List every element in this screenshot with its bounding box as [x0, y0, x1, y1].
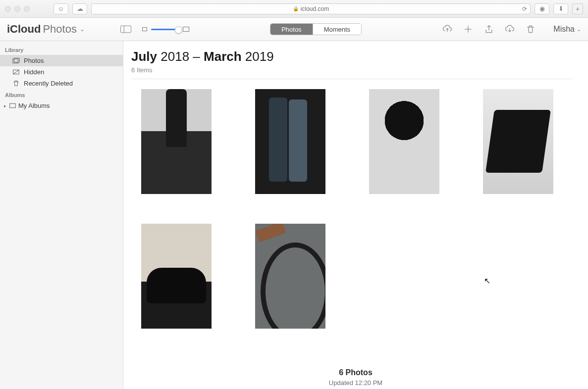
summary-updated: Updated 12:20 PM — [123, 379, 588, 387]
right-toolbar: Misha ⌄ — [442, 24, 581, 34]
view-segmented-control: Photos Moments — [270, 23, 362, 35]
svg-rect-0 — [120, 26, 131, 33]
share-icon[interactable] — [484, 24, 494, 34]
sidebar-header-library: Library — [0, 44, 123, 55]
toggle-sidebar-button[interactable] — [119, 24, 132, 34]
zoom-window-icon[interactable] — [24, 6, 30, 12]
date-range-title: July 2018 – March 2019 — [131, 49, 580, 64]
sidebar-item-label: Recently Deleted — [24, 80, 73, 87]
privacy-report-button[interactable]: ☺ — [53, 3, 68, 14]
photo-thumbnail[interactable] — [255, 224, 325, 329]
hidden-icon — [12, 69, 20, 75]
reload-icon[interactable]: ⟳ — [522, 5, 527, 12]
trash-icon — [12, 80, 20, 87]
slider-track[interactable] — [151, 29, 179, 30]
account-menu[interactable]: Misha ⌄ — [553, 25, 581, 34]
chevron-down-icon: ⌄ — [80, 26, 85, 33]
library-summary: 6 Photos Updated 12:20 PM — [123, 368, 588, 387]
main-content: July 2018 – March 2019 6 Items 6 Photos … — [123, 41, 588, 389]
album-icon — [8, 102, 16, 109]
sidebar-item-photos[interactable]: Photos — [0, 55, 123, 66]
address-domain: icloud.com — [301, 5, 329, 12]
downloads-button[interactable]: ⬇ — [553, 3, 568, 14]
sidebar-item-label: Hidden — [24, 68, 44, 76]
sidebar: Library Photos Hidden Recently Deleted A… — [0, 41, 123, 389]
photo-thumbnail[interactable] — [141, 224, 212, 329]
add-icon[interactable] — [463, 24, 473, 34]
disclosure-triangle-icon[interactable]: ▸ — [4, 103, 6, 108]
upload-icon[interactable] — [442, 24, 452, 34]
sidebar-item-my-albums[interactable]: ▸ My Albums — [0, 100, 123, 111]
thumb-large-icon — [183, 27, 189, 32]
photo-thumbnail[interactable] — [141, 89, 212, 194]
close-window-icon[interactable] — [5, 6, 11, 12]
tab-moments[interactable]: Moments — [313, 24, 361, 35]
app-title-menu[interactable]: iCloud Photos ⌄ — [7, 23, 85, 36]
thumbnail-size-slider[interactable] — [142, 27, 189, 32]
lock-icon: 🔒 — [293, 6, 299, 11]
download-icon[interactable] — [505, 24, 515, 34]
address-bar[interactable]: 🔒 icloud.com ⟳ — [91, 3, 531, 14]
sidebar-item-label: My Albums — [18, 102, 50, 109]
delete-icon[interactable] — [526, 24, 535, 34]
browser-toolbar: ☺ ☁ 🔒 icloud.com ⟳ ◉ ⬇ + — [0, 0, 588, 18]
sidebar-item-recently-deleted[interactable]: Recently Deleted — [0, 78, 123, 89]
svg-line-7 — [13, 70, 19, 74]
tab-photos[interactable]: Photos — [270, 24, 312, 35]
chevron-down-icon: ⌄ — [577, 26, 581, 33]
photos-stack-icon — [12, 57, 20, 64]
password-button[interactable]: ◉ — [535, 3, 549, 14]
sidebar-header-albums: Albums — [0, 89, 123, 100]
item-count: 6 Items — [131, 66, 572, 79]
new-tab-button[interactable]: + — [572, 3, 583, 14]
photo-thumbnail[interactable] — [483, 89, 553, 194]
svg-rect-8 — [9, 103, 15, 107]
photo-thumbnail[interactable] — [369, 89, 439, 194]
thumb-small-icon — [142, 27, 147, 31]
app-toolbar: iCloud Photos ⌄ Photos Moments Misha ⌄ — [0, 18, 588, 41]
photo-grid — [123, 79, 588, 339]
account-name: Misha — [553, 25, 575, 34]
window-controls — [5, 6, 30, 12]
photo-thumbnail[interactable] — [255, 89, 325, 194]
app-brand: iCloud — [7, 23, 41, 36]
sidebar-item-hidden[interactable]: Hidden — [0, 66, 123, 78]
minimize-window-icon[interactable] — [14, 6, 20, 12]
sidebar-item-label: Photos — [24, 57, 44, 64]
summary-count: 6 Photos — [123, 368, 588, 377]
icloud-sync-button[interactable]: ☁ — [72, 3, 87, 14]
app-section: Photos — [43, 23, 77, 36]
